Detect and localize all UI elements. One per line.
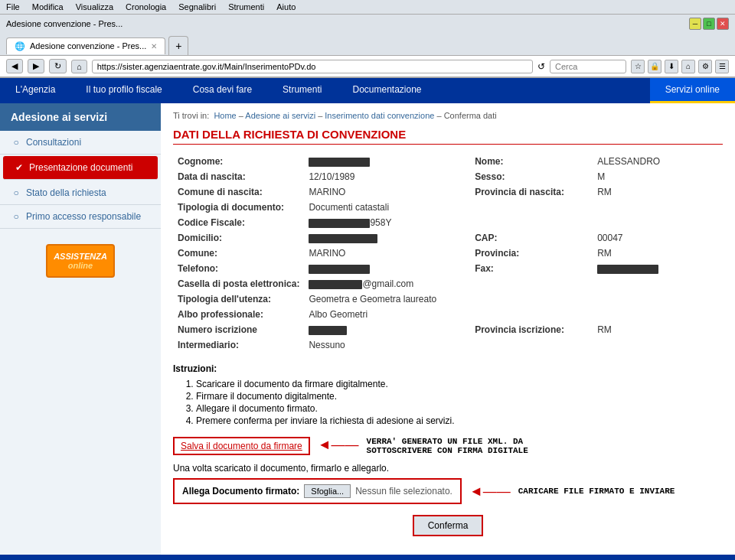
home-button[interactable]: ⌂ [71, 60, 87, 73]
browser-tab[interactable]: 🌐 Adesione convenzione - Pres... ✕ [6, 37, 165, 54]
menu-segnalibri[interactable]: Segnalibri [178, 2, 216, 11]
table-row: Albo professionale: Albo Geometri [173, 307, 723, 322]
sidebar-item-presentazione[interactable]: ✔ Presentazione documenti [3, 156, 158, 180]
sidebar-item-consultazioni[interactable]: ○ Consultazioni [0, 131, 161, 155]
nav-documentazione[interactable]: Documentazione [337, 78, 436, 103]
menu-visualizza[interactable]: Visualizza [76, 2, 113, 11]
maximize-button[interactable]: □ [703, 18, 715, 30]
browser-title: Adesione convenzione - Pres... [6, 19, 122, 28]
value-prov-nascita: RM [593, 184, 723, 200]
lock-icon: 🔒 [648, 60, 662, 73]
label-cap: CAP: [470, 230, 593, 246]
menu-aiuto[interactable]: Aiuto [276, 2, 296, 11]
save-doc-area: Salva il documento da firmare ◄—— VERRA'… [173, 437, 723, 455]
breadcrumb-current: Conferma dati [444, 111, 497, 120]
assistenza-logo: ASSISTENZA online [46, 244, 115, 278]
sidebar-item-stato[interactable]: ○ Stato della richiesta [0, 181, 161, 205]
close-button[interactable]: ✕ [717, 18, 729, 30]
minimize-button[interactable]: ─ [689, 18, 701, 30]
nav-cosa[interactable]: Cosa devi fare [178, 78, 267, 103]
value-num-iscrizione [304, 322, 470, 337]
value-intermediario: Nessuno [304, 337, 723, 353]
table-row: Tipologia dell'utenza: Geometra e Geomet… [173, 291, 723, 307]
table-row: Codice Fiscale: 958Y [173, 215, 723, 230]
bookmark-icon[interactable]: ☆ [631, 60, 645, 73]
table-row: Data di nascita: 12/10/1989 Sesso: M [173, 169, 723, 184]
sidebar: Adesione ai servizi ○ Consultazioni ✔ Pr… [0, 103, 161, 555]
menu-file[interactable]: File [6, 2, 20, 11]
menu-cronologia[interactable]: Cronologia [126, 2, 166, 11]
label-intermediario: Intermediario: [173, 337, 304, 353]
toolbar-icons: ☆ 🔒 ⬇ ⌂ ⚙ ☰ [631, 60, 729, 73]
menu-strumenti[interactable]: Strumenti [228, 2, 264, 11]
table-row: Comune: MARINO Provincia: RM [173, 246, 723, 261]
file-upload-area: Allega Documento firmato: Sfoglia... Nes… [173, 478, 462, 504]
table-row: Numero iscrizione Provincia iscrizione: … [173, 322, 723, 337]
label-comune-nascita: Comune di nascita: [173, 184, 304, 200]
menu-icon[interactable]: ☰ [715, 60, 729, 73]
new-tab-button[interactable]: + [168, 36, 188, 55]
label-email: Casella di posta elettronica: [173, 276, 304, 291]
form-table: Cognome: Nome: ALESSANDRO Data di nascit… [173, 154, 723, 353]
value-cf-col2 [593, 215, 723, 230]
browser-chrome: File Modifica Visualizza Cronologia Segn… [0, 0, 735, 78]
label-dob: Data di nascita: [173, 169, 304, 184]
value-provincia: RM [593, 246, 723, 261]
menu-bar: File Modifica Visualizza Cronologia Segn… [0, 0, 735, 15]
search-input[interactable] [550, 60, 626, 73]
nav-profilo[interactable]: Il tuo profilo fiscale [70, 78, 177, 103]
label-cf-col2 [470, 215, 593, 230]
file-label: Allega Documento firmato: [182, 486, 299, 497]
breadcrumb-inserimento[interactable]: Inserimento dati convenzione [325, 111, 434, 120]
window-controls: ─ □ ✕ [689, 18, 729, 30]
sidebar-item-primo-accesso[interactable]: ○ Primo accesso responsabile [0, 205, 161, 229]
sidebar-label-consultazioni: Consultazioni [26, 137, 81, 148]
refresh-button[interactable]: ↻ [49, 59, 67, 73]
value-albo: Albo Geometri [304, 307, 723, 322]
instruction-4: Premere conferma per inviare la richiest… [196, 415, 723, 426]
label-fax: Fax: [470, 261, 593, 276]
download-icon[interactable]: ⬇ [665, 60, 678, 73]
value-dob: 12/10/1989 [304, 169, 470, 184]
label-provincia: Provincia: [470, 246, 593, 261]
menu-modifica[interactable]: Modifica [32, 2, 64, 11]
nav-lagenzia[interactable]: L'Agenzia [0, 78, 70, 103]
table-row: Casella di posta elettronica: @gmail.com [173, 276, 723, 291]
label-tel: Telefono: [173, 261, 304, 276]
sidebar-logo-area: ASSISTENZA online [0, 229, 161, 293]
label-tipo-utenza: Tipologia dell'utenza: [173, 291, 304, 307]
instructions-section: Istruzioni: Scaricare il documento da fi… [173, 363, 723, 426]
label-prov-nascita: Provincia di nascita: [470, 184, 593, 200]
label-tipo-doc: Tipologia di documento: [173, 200, 304, 215]
file-browse-button[interactable]: Sfoglia... [304, 484, 351, 498]
upload-section: Allega Documento firmato: Sfoglia... Nes… [173, 478, 723, 504]
confirm-button[interactable]: Conferma [413, 515, 484, 536]
forward-button[interactable]: ▶ [28, 59, 44, 73]
title-bar: Adesione convenzione - Pres... ─ □ ✕ [0, 15, 735, 33]
label-sesso: Sesso: [470, 169, 593, 184]
stato-icon: ○ [11, 187, 21, 198]
value-domicilio [304, 230, 470, 246]
instruction-1: Scaricare il documento da firmare digita… [196, 379, 723, 389]
sidebar-label-presentazione: Presentazione documenti [29, 162, 132, 173]
value-comune: MARINO [304, 246, 470, 261]
value-email: @gmail.com [304, 276, 723, 291]
home-nav-icon[interactable]: ⌂ [681, 60, 695, 73]
label-nome: Nome: [470, 154, 593, 169]
breadcrumb-home[interactable]: Home [214, 111, 236, 120]
settings-icon[interactable]: ⚙ [698, 60, 712, 73]
back-button[interactable]: ◀ [6, 59, 23, 73]
download-note: Una volta scaricato il documento, firmar… [173, 463, 723, 474]
table-row: Domicilio: CAP: 00047 [173, 230, 723, 246]
value-comune-nascita: MARINO [304, 184, 470, 200]
consultazioni-icon: ○ [11, 137, 21, 148]
file-selected-value: Nessun file selezionato. [355, 486, 452, 497]
annotation-upload-text: CARICARE FILE FIRMATO E INVIARE [518, 487, 675, 496]
nav-servizi-online[interactable]: Servizi online [650, 78, 735, 103]
url-input[interactable] [92, 60, 533, 73]
breadcrumb-adesione[interactable]: Adesione ai servizi [245, 111, 315, 120]
nav-strumenti[interactable]: Strumenti [267, 78, 337, 103]
label-cognome: Cognome: [173, 154, 304, 169]
tab-close-icon[interactable]: ✕ [151, 42, 157, 50]
save-document-link[interactable]: Salva il documento da firmare [173, 437, 310, 455]
